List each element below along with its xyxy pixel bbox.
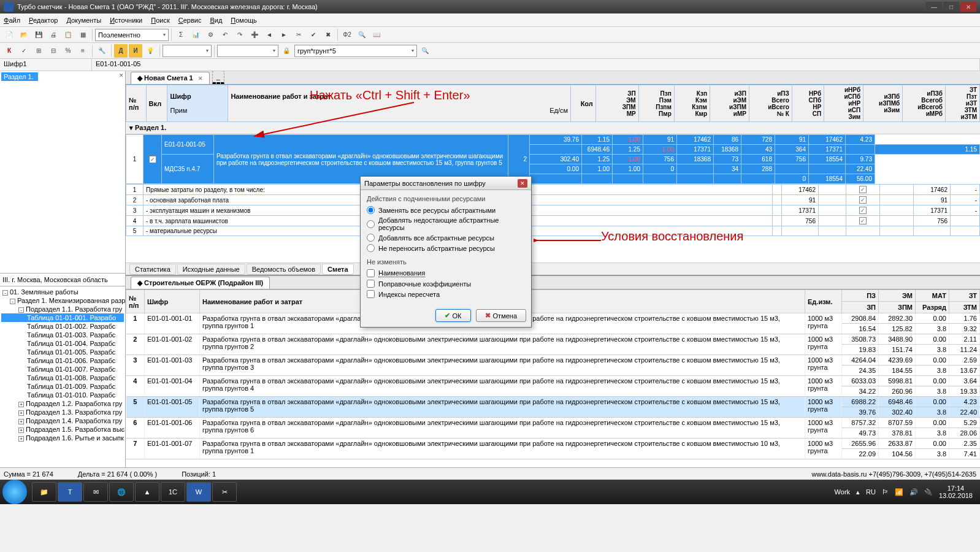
tray-clock[interactable]: 17:14 13.02.2018 (939, 485, 973, 499)
taskbar-word-icon[interactable]: W (186, 482, 211, 502)
tray-network-icon[interactable]: 📶 (895, 488, 903, 496)
empty-combo[interactable] (217, 45, 278, 57)
bottab-2[interactable]: Ведомость объемов (247, 264, 321, 275)
tree-item[interactable]: Таблица 01-01-008. Разрабс (1, 374, 124, 382)
tree-item[interactable]: +Подраздел 1.4. Разработка гру (1, 416, 124, 425)
close-button[interactable]: ✕ (960, 2, 976, 12)
save-icon[interactable]: 💾 (32, 28, 45, 42)
lamp-icon[interactable]: 💡 (144, 44, 157, 58)
mode-combo[interactable]: Поэлементно (95, 29, 169, 41)
radio-opt-1[interactable]: Добавлять недостающие абстрактные ресурс… (367, 215, 525, 232)
taskbar-snip-icon[interactable]: ✂ (212, 482, 237, 502)
right-icon[interactable]: ► (277, 28, 291, 42)
filter-combo[interactable]: груп*грунт*5 (294, 45, 417, 57)
bottab-3[interactable]: Смета (322, 264, 354, 275)
phi-icon[interactable]: Φ2 (340, 28, 354, 42)
menu-Сервис[interactable]: Сервис (178, 17, 202, 24)
menu-Помощь[interactable]: Помощь (231, 17, 257, 24)
tree-item[interactable]: Таблица 01-01-006. Разрабс (1, 356, 124, 365)
list-icon[interactable]: ▦ (76, 28, 90, 42)
menu-Редактор[interactable]: Редактор (29, 17, 58, 24)
new-icon[interactable]: 📄 (2, 28, 16, 42)
res2-icon[interactable]: ⊟ (47, 44, 60, 58)
menu-Поиск[interactable]: Поиск (151, 17, 169, 24)
mark-icon[interactable]: ✔ (307, 28, 320, 42)
check-opt-0[interactable]: Наименования (367, 268, 525, 278)
menu-Файл[interactable]: Файл (4, 17, 20, 24)
tool-icon[interactable]: ⚙ (204, 28, 217, 42)
find-icon[interactable]: 🔍 (418, 44, 432, 58)
tree-item[interactable]: +Подраздел 1.6. Рытье и засыпк (1, 434, 124, 442)
minimize-button[interactable]: — (926, 2, 942, 12)
chart-icon[interactable]: 📊 (189, 28, 202, 42)
menu-Источники[interactable]: Источники (110, 17, 142, 24)
cut-icon[interactable]: ✂ (292, 28, 305, 42)
undo-icon[interactable]: ↶ (218, 28, 232, 42)
print-icon[interactable]: 🖨 (47, 28, 60, 42)
estimate-grid[interactable]: Нажать «Ctrl + Shift + Enter» № п/п Вкл … (126, 85, 980, 263)
menu-Документы[interactable]: Документы (66, 17, 101, 24)
left-icon[interactable]: ◄ (262, 28, 276, 42)
taskbar-1c-icon[interactable]: 1C (161, 482, 185, 502)
num-combo[interactable] (163, 45, 212, 57)
blue-row[interactable]: 1✓E01-01-001-05Разработка грунта в отвал… (126, 134, 980, 184)
tray-chevron-icon[interactable]: ▴ (856, 488, 860, 496)
tree-item[interactable]: -Раздел 1. Механизированная разр (1, 296, 124, 305)
radio-opt-3[interactable]: Не переносить абстрактные ресурсы (367, 243, 525, 253)
taskbar-player-icon[interactable]: ▲ (135, 482, 159, 502)
check-opt-2[interactable]: Индексы пересчета (367, 289, 525, 299)
tray-volume-icon[interactable]: 🔊 (909, 488, 918, 496)
section-badge[interactable]: Раздел 1. (1, 72, 38, 81)
taskbar-chrome-icon[interactable]: 🌐 (109, 482, 134, 502)
radio-opt-0[interactable]: Заменять все ресурсы абстрактными (367, 205, 525, 215)
tree-item[interactable]: Таблица 01-01-005. Разрабс (1, 348, 124, 356)
search-icon[interactable]: 🔍 (355, 28, 369, 42)
redo-icon[interactable]: ↷ (233, 28, 247, 42)
tab-source[interactable]: ◆ Строительные ОЕРЖ (Подрайон III) (131, 277, 270, 289)
calc-icon[interactable]: ≡ (76, 44, 90, 58)
k-icon[interactable]: К (2, 44, 16, 58)
source-tree[interactable]: -01. Земляные работы-Раздел 1. Механизир… (0, 286, 125, 467)
tray-lang[interactable]: RU (866, 488, 876, 496)
taskbar-mail-icon[interactable]: ✉ (83, 482, 108, 502)
tray-flag-icon[interactable]: 🏳 (882, 488, 889, 496)
tree-item[interactable]: -01. Земляные работы (1, 288, 124, 296)
start-button[interactable] (2, 480, 27, 504)
percent-icon[interactable]: % (61, 44, 75, 58)
cancel-button[interactable]: ✖Отмена (476, 309, 526, 322)
section-row[interactable]: ▾ Раздел 1. (126, 122, 980, 134)
book-icon[interactable]: 📖 (370, 28, 383, 42)
abc-icon[interactable]: ✓ (17, 44, 31, 58)
tray-power-icon[interactable]: 🔌 (924, 488, 933, 496)
pane-close-icon[interactable]: ✕ (119, 72, 124, 79)
tree-item[interactable]: -Подраздел 1.1. Разработка гру (1, 305, 124, 313)
tab-close-icon[interactable]: ✕ (198, 75, 203, 82)
tree-item[interactable]: Таблица 01-01-003. Разрабс (1, 331, 124, 339)
tree-item[interactable]: Таблица 01-01-009. Разрабс (1, 382, 124, 391)
dialog-close-icon[interactable]: ✕ (518, 179, 527, 188)
cell-value[interactable]: E01-01-001-05 (92, 59, 980, 71)
radio-opt-2[interactable]: Добавлять все абстрактные ресурсы (367, 232, 525, 243)
ok-button[interactable]: ✔ОК (435, 309, 471, 322)
taskbar-app-icon[interactable]: T (58, 482, 82, 502)
add-icon[interactable]: ➕ (248, 28, 261, 42)
tree-item[interactable]: +Подраздел 1.2. Разработка гру (1, 399, 124, 408)
tree-item[interactable]: +Подраздел 1.5. Разработка выє (1, 425, 124, 434)
d-icon[interactable]: Д (114, 44, 128, 58)
lock-icon[interactable]: 🔒 (280, 44, 293, 58)
source-grid[interactable]: № п/пШифрНаименование работ и затратЕд.и… (126, 289, 980, 467)
res-icon[interactable]: ⊞ (32, 44, 45, 58)
tree-item[interactable]: +Подраздел 1.3. Разработка гру (1, 408, 124, 416)
maximize-button[interactable]: □ (943, 2, 959, 12)
open-icon[interactable]: 📂 (17, 28, 31, 42)
copy-icon[interactable]: 📋 (61, 28, 75, 42)
cell-name[interactable]: Шифр1 (0, 59, 92, 71)
tab-smeta[interactable]: ◆ Новая Смета 1✕ (131, 72, 210, 84)
tree-item[interactable]: Таблица 01-01-007. Разрабс (1, 365, 124, 374)
bottab-0[interactable]: Статистика (129, 264, 176, 275)
tree-item[interactable]: Таблица 01-01-001. Разрабо (1, 313, 124, 322)
tab-add[interactable]: _ (212, 71, 224, 84)
tree-item[interactable]: Таблица 01-01-010. Разрабс (1, 391, 124, 399)
wrench-icon[interactable]: 🔧 (95, 44, 109, 58)
bottab-1[interactable]: Исходные данные (177, 264, 245, 275)
